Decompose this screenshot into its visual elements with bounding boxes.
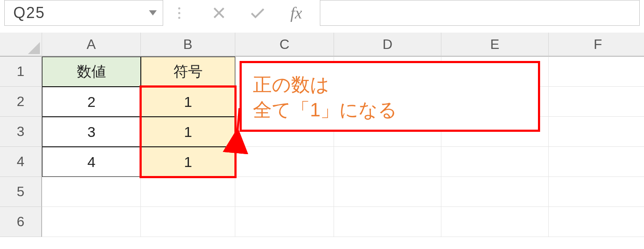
column-header-C[interactable]: C (235, 33, 334, 57)
select-all-corner[interactable] (0, 33, 42, 57)
cell-D6[interactable] (334, 207, 441, 237)
cell-F4[interactable] (549, 147, 644, 177)
cell-B5[interactable] (141, 177, 235, 207)
row-header-2[interactable]: 2 (0, 87, 42, 117)
cell-F3[interactable] (549, 117, 644, 147)
cell-A5[interactable] (42, 177, 141, 207)
cell-B4[interactable]: 1 (141, 147, 235, 177)
cell-A4[interactable]: 4 (42, 147, 141, 177)
name-box[interactable]: Q25 (4, 0, 163, 26)
row-header-3[interactable]: 3 (0, 117, 42, 147)
cell-C6[interactable] (235, 207, 334, 237)
formula-bar: Q25 fx (0, 0, 644, 33)
callout-line1: 正の数は (253, 72, 527, 97)
formula-bar-buttons: fx (200, 0, 316, 26)
cancel-button[interactable] (200, 0, 238, 26)
formula-input-container (320, 0, 640, 26)
row-headers: 123456 (0, 57, 42, 237)
cell-E6[interactable] (441, 207, 549, 237)
fx-label: fx (290, 3, 302, 22)
cell-D5[interactable] (334, 177, 441, 207)
cell-C4[interactable] (235, 147, 334, 177)
callout-box: 正の数は 全て「1」になる (240, 61, 540, 132)
cell-F2[interactable] (549, 87, 644, 117)
cell-B1[interactable]: 符号 (141, 57, 235, 87)
row-header-5[interactable]: 5 (0, 177, 42, 207)
cell-A1[interactable]: 数値 (42, 57, 141, 87)
cell-A2[interactable]: 2 (42, 87, 141, 117)
column-headers: ABCDEF (42, 33, 644, 57)
name-box-dropdown-icon[interactable] (149, 10, 157, 15)
column-header-E[interactable]: E (441, 33, 549, 57)
column-header-D[interactable]: D (334, 33, 441, 57)
grip-icon (178, 7, 180, 19)
cell-D4[interactable] (334, 147, 441, 177)
column-header-F[interactable]: F (549, 33, 644, 57)
cell-A6[interactable] (42, 207, 141, 237)
callout-line2: 全て「1」になる (253, 97, 527, 122)
insert-function-button[interactable]: fx (277, 0, 316, 26)
cell-E4[interactable] (441, 147, 549, 177)
name-box-value: Q25 (13, 4, 45, 22)
cell-B3[interactable]: 1 (141, 117, 235, 147)
cell-F5[interactable] (549, 177, 644, 207)
cell-F6[interactable] (549, 207, 644, 237)
cell-E5[interactable] (441, 177, 549, 207)
svg-marker-0 (149, 10, 157, 15)
row-header-6[interactable]: 6 (0, 207, 42, 237)
cell-B6[interactable] (141, 207, 235, 237)
enter-button[interactable] (238, 0, 277, 26)
cell-B2[interactable]: 1 (141, 87, 235, 117)
cell-C5[interactable] (235, 177, 334, 207)
row-header-4[interactable]: 4 (0, 147, 42, 177)
cell-A3[interactable]: 3 (42, 117, 141, 147)
cell-F1[interactable] (549, 57, 644, 87)
column-header-B[interactable]: B (141, 33, 235, 57)
svg-marker-3 (28, 42, 40, 54)
formula-input[interactable] (320, 0, 639, 25)
row-header-1[interactable]: 1 (0, 57, 42, 87)
column-header-A[interactable]: A (42, 33, 141, 57)
